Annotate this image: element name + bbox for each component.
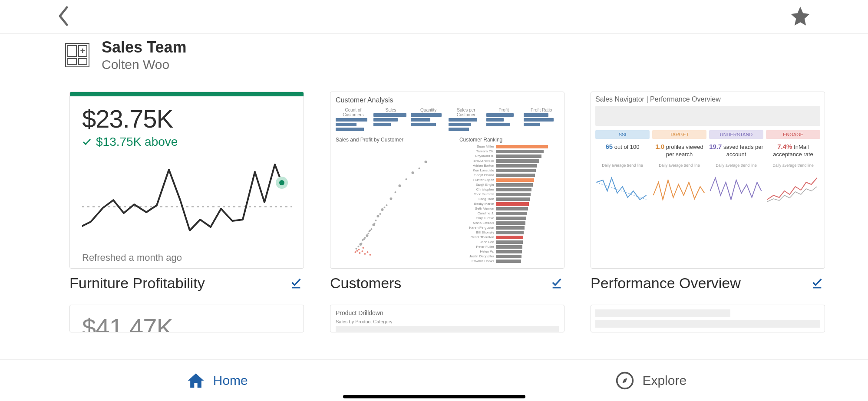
subscribe-button[interactable] bbox=[290, 276, 302, 290]
refreshed-text: Refreshed a month ago bbox=[82, 252, 291, 263]
svg-point-17 bbox=[386, 204, 387, 206]
project-icon: + bbox=[65, 43, 89, 67]
svg-point-15 bbox=[379, 213, 381, 215]
svg-point-18 bbox=[389, 197, 392, 200]
card-product-drilldown[interactable]: Product Drilldown Sales by Product Categ… bbox=[330, 305, 564, 332]
svg-point-2 bbox=[279, 180, 284, 185]
svg-point-31 bbox=[354, 251, 356, 253]
svg-point-32 bbox=[356, 250, 358, 252]
subscribe-button[interactable] bbox=[811, 276, 823, 290]
svg-point-19 bbox=[394, 191, 396, 193]
svg-point-39 bbox=[362, 247, 364, 249]
card-title: Performance Overview bbox=[591, 275, 741, 292]
thumbnail-title: Product Drilldown bbox=[336, 309, 559, 316]
home-indicator bbox=[343, 395, 525, 398]
bottom-nav: Home Explore bbox=[0, 359, 868, 401]
home-icon bbox=[186, 371, 205, 390]
card-furniture-profitability[interactable]: $23.75K $13.75K above Refreshed a month … bbox=[69, 92, 304, 292]
check-icon bbox=[82, 137, 92, 147]
star-icon bbox=[789, 5, 812, 27]
card-performance-overview[interactable]: Sales Navigator | Performance Overview S… bbox=[591, 92, 825, 292]
svg-point-5 bbox=[357, 246, 359, 247]
project-owner: Colten Woo bbox=[102, 57, 186, 72]
project-header: + Sales Team Colten Woo bbox=[48, 34, 820, 80]
card-title: Furniture Profitability bbox=[69, 275, 205, 292]
svg-point-20 bbox=[398, 184, 401, 187]
back-icon bbox=[56, 6, 70, 26]
card-title: Customers bbox=[330, 275, 401, 292]
svg-point-11 bbox=[370, 228, 372, 230]
subscribe-button[interactable] bbox=[551, 276, 563, 290]
card-customers[interactable]: Customer Analysis Count of Customers Sal… bbox=[330, 92, 564, 292]
metric-value: $23.75K bbox=[82, 104, 291, 133]
svg-point-13 bbox=[375, 220, 376, 221]
svg-point-24 bbox=[424, 161, 427, 163]
svg-point-28 bbox=[383, 207, 385, 208]
svg-point-21 bbox=[405, 178, 407, 180]
cards-grid: $23.75K $13.75K above Refreshed a month … bbox=[0, 80, 868, 332]
kpi-row: SSI 65 out of 100 Daily average trend li… bbox=[595, 130, 820, 214]
svg-point-14 bbox=[376, 215, 379, 217]
svg-point-29 bbox=[363, 238, 365, 240]
svg-line-41 bbox=[597, 182, 647, 200]
svg-point-30 bbox=[369, 230, 371, 231]
svg-point-26 bbox=[367, 233, 369, 234]
svg-point-36 bbox=[366, 251, 368, 253]
status-bar bbox=[70, 92, 304, 96]
top-bar bbox=[0, 0, 868, 34]
svg-point-27 bbox=[373, 223, 375, 224]
svg-point-9 bbox=[366, 234, 368, 237]
svg-point-35 bbox=[364, 253, 366, 255]
svg-point-16 bbox=[381, 208, 383, 211]
compass-icon bbox=[615, 371, 634, 390]
svg-point-37 bbox=[369, 254, 371, 256]
favorite-button[interactable] bbox=[789, 5, 812, 29]
project-title: Sales Team bbox=[102, 38, 186, 56]
customer-ranking: Customer Ranking Sean Miller Tamara Ch. … bbox=[459, 137, 559, 264]
svg-point-34 bbox=[361, 250, 363, 252]
scatter-plot bbox=[336, 145, 455, 257]
svg-point-4 bbox=[355, 248, 357, 250]
thumbnail-title: Customer Analysis bbox=[336, 96, 559, 104]
metric-value: $41.47K bbox=[82, 313, 291, 332]
card-blank[interactable] bbox=[591, 305, 825, 332]
svg-point-38 bbox=[358, 249, 360, 250]
svg-point-23 bbox=[418, 168, 420, 169]
svg-point-33 bbox=[359, 252, 360, 254]
metric-delta: $13.75K above bbox=[82, 135, 291, 149]
card-metric-2[interactable]: $41.47K bbox=[69, 305, 304, 332]
mini-bar-charts: Count of Customers Sales Quantity Sales … bbox=[336, 108, 559, 132]
sparkline bbox=[82, 157, 291, 245]
svg-point-22 bbox=[411, 171, 414, 174]
thumbnail-title: Sales Navigator | Performance Overview bbox=[595, 95, 820, 103]
svg-point-25 bbox=[360, 243, 362, 244]
back-button[interactable] bbox=[56, 6, 70, 28]
filter-bar bbox=[595, 106, 820, 126]
